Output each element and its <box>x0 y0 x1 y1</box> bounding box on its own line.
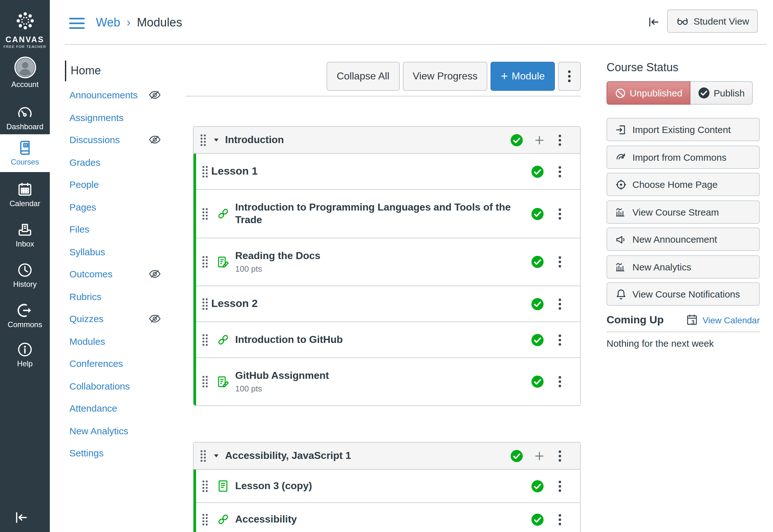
global-nav-courses[interactable]: Courses <box>0 134 50 172</box>
view-course-notifications-button[interactable]: View Course Notifications <box>607 282 760 306</box>
course-nav-label[interactable]: Syllabus <box>69 246 105 257</box>
drag-handle-icon[interactable] <box>201 374 209 389</box>
course-nav-item-new-analytics[interactable]: New Analytics <box>69 419 189 442</box>
course-nav-label[interactable]: Modules <box>69 336 105 347</box>
canvas-logo[interactable]: CANVAS FREE FOR TEACHER <box>0 8 50 49</box>
hamburger-menu-button[interactable] <box>69 17 85 30</box>
item-kebab-button[interactable] <box>558 513 562 525</box>
import-from-commons-button[interactable]: Import from Commons <box>607 145 760 169</box>
global-nav-commons[interactable]: Commons <box>0 296 50 335</box>
global-nav-inbox[interactable]: Inbox <box>0 216 50 255</box>
new-announcement-button[interactable]: New Announcement <box>607 228 760 251</box>
drag-handle-icon[interactable] <box>201 512 209 527</box>
collapse-global-nav-icon[interactable] <box>13 509 30 526</box>
drag-handle-icon[interactable] <box>201 164 209 179</box>
course-nav-label[interactable]: Collaborations <box>69 381 130 391</box>
view-calendar-link[interactable]: View Calendar <box>702 315 760 325</box>
module-item-row[interactable]: Introduction to Programming Languages an… <box>196 189 580 238</box>
course-nav-label[interactable]: Files <box>69 224 89 235</box>
module-kebab-button[interactable] <box>558 134 562 146</box>
published-check-icon[interactable] <box>531 375 544 388</box>
item-title[interactable]: Introduction to GitHub <box>235 333 343 346</box>
item-kebab-button[interactable] <box>558 256 562 268</box>
course-nav-item-collaborations[interactable]: Collaborations <box>69 375 189 397</box>
published-check-icon[interactable] <box>531 297 544 310</box>
course-nav-item-rubrics[interactable]: Rubrics <box>69 285 189 308</box>
global-nav-help[interactable]: Help <box>0 335 50 374</box>
drag-handle-icon[interactable] <box>201 479 209 493</box>
collapse-right-sidebar-button[interactable] <box>647 15 661 29</box>
item-title[interactable]: Accessibility <box>235 513 297 526</box>
course-nav-item-settings[interactable]: Settings <box>69 442 189 464</box>
drag-handle-icon[interactable] <box>199 133 207 147</box>
item-kebab-button[interactable] <box>558 165 562 177</box>
module-item-row[interactable]: Lesson 3 (copy) <box>196 470 580 502</box>
course-nav-item-attendance[interactable]: Attendance <box>69 397 189 419</box>
item-kebab-button[interactable] <box>558 298 562 310</box>
course-nav-label[interactable]: New Analytics <box>69 425 128 436</box>
course-nav-label[interactable]: People <box>69 179 99 190</box>
collapse-module-icon[interactable] <box>213 453 219 459</box>
item-title[interactable]: Introduction to Programming Languages an… <box>235 201 528 226</box>
collapse-module-icon[interactable] <box>213 137 219 143</box>
course-nav-label[interactable]: Rubrics <box>69 291 102 302</box>
course-nav-item-people[interactable]: People <box>69 173 189 196</box>
published-check-icon[interactable] <box>510 133 523 147</box>
course-nav-item-modules[interactable]: Modules <box>69 330 189 352</box>
item-title[interactable]: Lesson 3 (copy) <box>235 480 312 492</box>
course-nav-item-syllabus[interactable]: Syllabus <box>69 240 189 263</box>
new-analytics-button[interactable]: New Analytics <box>607 255 760 278</box>
course-nav-label[interactable]: Quizzes <box>69 314 103 324</box>
breadcrumb-course-link[interactable]: Web <box>96 15 120 29</box>
published-check-icon[interactable] <box>531 479 544 493</box>
module-item-row[interactable]: GitHub Assignment 100 pts <box>196 357 580 405</box>
course-nav-item-assignments[interactable]: Assignments <box>69 106 189 129</box>
add-item-button[interactable] <box>533 450 545 462</box>
course-nav-label[interactable]: Pages <box>69 202 96 212</box>
published-check-icon[interactable] <box>531 207 544 220</box>
view-course-stream-button[interactable]: View Course Stream <box>607 200 760 223</box>
drag-handle-icon[interactable] <box>199 448 207 463</box>
course-nav-item-grades[interactable]: Grades <box>69 151 189 173</box>
course-nav-label[interactable]: Conferences <box>69 358 123 369</box>
course-nav-label[interactable]: Outcomes <box>69 269 113 280</box>
course-nav-item-outcomes[interactable]: Outcomes <box>69 263 189 285</box>
course-nav-label[interactable]: Assignments <box>69 112 124 123</box>
course-nav-label[interactable]: Settings <box>69 448 103 459</box>
import-existing-content-button[interactable]: Import Existing Content <box>607 118 760 141</box>
item-kebab-button[interactable] <box>558 480 562 492</box>
module-kebab-button[interactable] <box>558 450 562 462</box>
course-nav-label[interactable]: Announcements <box>69 90 138 101</box>
module-item-row[interactable]: Introduction to GitHub <box>196 321 580 357</box>
unpublished-button[interactable]: Unpublished <box>607 81 690 105</box>
course-nav-label[interactable]: Discussions <box>69 135 120 145</box>
course-nav-item-quizzes[interactable]: Quizzes <box>69 308 189 330</box>
course-nav-item-announcements[interactable]: Announcements <box>69 84 189 106</box>
course-nav-label[interactable]: Grades <box>69 157 100 168</box>
drag-handle-icon[interactable] <box>201 333 209 347</box>
add-item-button[interactable] <box>533 134 545 146</box>
published-check-icon[interactable] <box>531 513 544 526</box>
item-kebab-button[interactable] <box>558 334 562 346</box>
course-nav-item-discussions[interactable]: Discussions <box>69 129 189 151</box>
course-nav-item-files[interactable]: Files <box>69 218 189 240</box>
published-check-icon[interactable] <box>510 449 523 462</box>
course-nav-item-conferences[interactable]: Conferences <box>69 352 189 375</box>
global-nav-account[interactable]: Account <box>0 53 50 92</box>
global-nav-dashboard[interactable]: Dashboard <box>0 98 50 137</box>
module-item-row[interactable]: Reading the Docs 100 pts <box>196 238 580 286</box>
item-title[interactable]: Reading the Docs <box>235 250 320 262</box>
publish-button[interactable]: Publish <box>690 81 753 105</box>
item-kebab-button[interactable] <box>558 376 562 388</box>
global-nav-history[interactable]: History <box>0 256 50 295</box>
drag-handle-icon[interactable] <box>201 255 209 269</box>
global-nav-calendar[interactable]: Calendar <box>0 175 50 214</box>
item-title[interactable]: GitHub Assignment <box>235 369 329 382</box>
drag-handle-icon[interactable] <box>201 206 209 221</box>
item-kebab-button[interactable] <box>558 208 562 220</box>
student-view-button[interactable]: Student View <box>667 9 758 33</box>
course-nav-item-pages[interactable]: Pages <box>69 196 189 218</box>
choose-home-page-button[interactable]: Choose Home Page <box>607 173 760 196</box>
published-check-icon[interactable] <box>531 255 544 269</box>
drag-handle-icon[interactable] <box>201 297 209 311</box>
